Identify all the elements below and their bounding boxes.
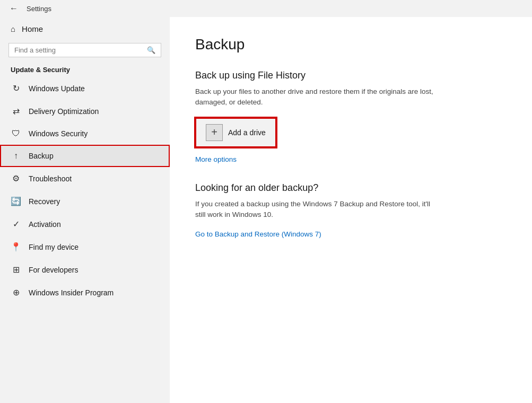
- older-backup-title: Looking for an older backup?: [195, 182, 507, 194]
- sidebar-item-windows-insider-program[interactable]: ⊕ Windows Insider Program: [0, 281, 170, 304]
- sidebar-item-recovery[interactable]: 🔄 Recovery: [0, 190, 170, 213]
- main-panel: Backup Back up using File History Back u…: [170, 0, 532, 403]
- sidebar-item-label: Windows Insider Program: [29, 288, 114, 297]
- sidebar-item-activation[interactable]: ✓ Activation: [0, 213, 170, 235]
- file-history-title: Back up using File History: [195, 70, 507, 81]
- sidebar-item-troubleshoot[interactable]: ⚙ Troubleshoot: [0, 167, 170, 190]
- sidebar-item-label: Recovery: [29, 197, 60, 206]
- troubleshoot-icon: ⚙: [11, 173, 21, 183]
- recovery-icon: 🔄: [11, 196, 21, 206]
- activation-icon: ✓: [11, 219, 21, 229]
- find-my-device-icon: 📍: [11, 242, 21, 252]
- sidebar-search-box: 🔍: [8, 43, 161, 57]
- search-input[interactable]: [14, 46, 144, 54]
- file-history-description: Back up your files to another drive and …: [195, 86, 439, 108]
- add-drive-label: Add a drive: [228, 128, 266, 137]
- go-to-backup-restore-link[interactable]: Go to Backup and Restore (Windows 7): [195, 230, 321, 238]
- sidebar-item-label: Activation: [29, 220, 61, 229]
- sidebar-item-find-my-device[interactable]: 📍 Find my device: [0, 235, 170, 258]
- sidebar-item-for-developers[interactable]: ⊞ For developers: [0, 258, 170, 281]
- sidebar-item-label: For developers: [29, 266, 78, 274]
- windows-insider-icon: ⊕: [11, 287, 21, 297]
- sidebar: ⌂ Home 🔍 Update & Security ↻ Windows Upd…: [0, 0, 170, 403]
- titlebar: ← Settings: [0, 0, 532, 17]
- sidebar-section-title: Update & Security: [0, 62, 170, 77]
- search-icon: 🔍: [147, 46, 155, 54]
- for-developers-icon: ⊞: [11, 265, 21, 275]
- sidebar-item-label: Backup: [29, 152, 54, 160]
- sidebar-item-label: Windows Security: [29, 129, 88, 138]
- plus-icon: +: [206, 124, 223, 141]
- sidebar-item-label: Delivery Optimization: [29, 107, 99, 116]
- sidebar-item-label: Find my device: [29, 243, 79, 251]
- add-drive-button[interactable]: + Add a drive: [195, 118, 276, 147]
- delivery-optimization-icon: ⇄: [11, 106, 21, 116]
- titlebar-title: Settings: [27, 5, 51, 13]
- more-options-link[interactable]: More options: [195, 155, 237, 163]
- back-button[interactable]: ←: [6, 3, 21, 14]
- sidebar-item-backup[interactable]: ↑ Backup: [0, 145, 170, 167]
- sidebar-item-windows-update[interactable]: ↻ Windows Update: [0, 77, 170, 100]
- sidebar-item-delivery-optimization[interactable]: ⇄ Delivery Optimization: [0, 100, 170, 122]
- sidebar-home-label: Home: [22, 24, 43, 33]
- backup-icon: ↑: [11, 151, 21, 161]
- sidebar-item-windows-security[interactable]: 🛡 Windows Security: [0, 122, 170, 145]
- sidebar-item-label: Windows Update: [29, 84, 85, 93]
- sidebar-item-home[interactable]: ⌂ Home: [0, 17, 170, 41]
- windows-security-icon: 🛡: [11, 129, 21, 138]
- older-backup-description: If you created a backup using the Window…: [195, 199, 439, 221]
- sidebar-item-label: Troubleshoot: [29, 174, 72, 183]
- windows-update-icon: ↻: [11, 83, 21, 93]
- page-title: Backup: [195, 36, 507, 53]
- home-icon: ⌂: [11, 24, 15, 33]
